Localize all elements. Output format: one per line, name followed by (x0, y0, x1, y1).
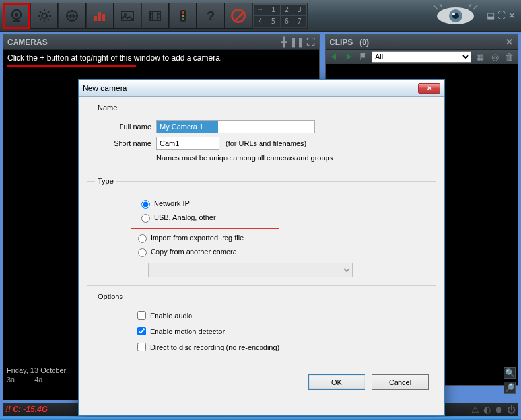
clips-delete-button[interactable]: 🗑 (503, 51, 515, 63)
full-name-input[interactable] (156, 120, 315, 133)
fullscreen-button[interactable]: ⛶ (306, 38, 315, 47)
radio-network-ip[interactable] (141, 200, 150, 209)
status-alert-icon[interactable]: ⚠ (471, 405, 479, 415)
check-direct-disc[interactable] (137, 343, 146, 351)
new-camera-dialog: New camera ✕ Name Full name Short name (… (78, 79, 445, 416)
clips-filter-select[interactable]: All (372, 51, 471, 63)
cameras-empty-message: Click the + button at top/right of this … (7, 53, 315, 63)
preset-2[interactable]: 2 (281, 5, 293, 16)
stats-tool-button[interactable] (86, 3, 114, 29)
radio-network-ip-label: Network IP (154, 199, 190, 207)
cameras-panel-title: CAMERAS (7, 38, 48, 47)
shield-tool-button[interactable] (225, 3, 252, 29)
name-note: Names must be unique among all cameras a… (156, 154, 428, 162)
preset-3[interactable]: 3 (293, 5, 306, 16)
no-entry-icon (231, 9, 246, 23)
clip-prev-button[interactable] (328, 51, 340, 63)
type-fieldset: Type Network IP USB, Analog, other Impor… (87, 177, 436, 286)
dialog-button-row: OK Cancel (87, 372, 436, 390)
short-name-label: Short name (95, 139, 151, 147)
type-legend: Type (95, 177, 116, 185)
check-direct-disc-label: Direct to disc recording (no re-encoding… (150, 343, 279, 351)
svg-rect-6 (102, 14, 105, 21)
globe-icon (64, 8, 80, 24)
radio-copy-camera-label: Copy from another camera (151, 248, 237, 256)
status-power-icon[interactable]: ⏻ (507, 405, 516, 415)
ok-button[interactable]: OK (308, 374, 365, 390)
preset-1[interactable]: 1 (267, 5, 280, 16)
clip-flag-button[interactable] (357, 51, 369, 63)
camera-preset-grid[interactable]: ~ 1 2 3 4 5 6 7 (252, 3, 308, 29)
check-enable-motion[interactable] (137, 327, 146, 335)
zoom-controls: 🔍 🔎 (504, 367, 516, 394)
clips-orbit-button[interactable]: ◎ (489, 51, 501, 63)
pause-button[interactable]: ❚❚ (293, 38, 302, 47)
svg-rect-9 (150, 11, 160, 20)
radio-copy-camera[interactable] (138, 248, 147, 257)
zoom-in-button[interactable]: 🔍 (504, 367, 516, 379)
preset-7[interactable]: 7 (293, 16, 306, 27)
svg-rect-4 (94, 16, 97, 21)
name-fieldset: Name Full name Short name (for URLs and … (87, 104, 436, 170)
zoom-out-button[interactable]: 🔎 (504, 382, 516, 394)
dialog-title: New camera (83, 84, 127, 93)
status-record-icon[interactable]: ⏺ (495, 405, 503, 415)
clips-panel-title: CLIPS (330, 38, 353, 47)
maximize-icon[interactable]: ⛶ (497, 11, 506, 20)
window-controls: ⬓ ⛶ ✕ (484, 11, 518, 20)
svg-rect-5 (98, 12, 101, 21)
svg-text:?: ? (207, 9, 215, 23)
radio-import-reg[interactable] (138, 234, 147, 243)
svg-point-11 (182, 11, 184, 14)
record-tool-button[interactable] (141, 3, 169, 29)
svg-point-12 (182, 15, 184, 17)
prev-icon (330, 52, 339, 61)
copy-source-select[interactable] (148, 263, 353, 277)
main-toolbar: ? ~ 1 2 3 4 5 6 7 ⬓ ⛶ ✕ (0, 0, 521, 32)
clip-play-button[interactable] (343, 51, 355, 63)
cameras-tool-button[interactable] (3, 3, 30, 29)
clips-calendar-button[interactable]: ▦ (474, 51, 486, 63)
cancel-button[interactable]: Cancel (372, 374, 429, 390)
svg-point-18 (452, 13, 455, 15)
preset-5[interactable]: 5 (267, 16, 280, 27)
snapshot-tool-button[interactable] (114, 3, 141, 29)
radio-usb-analog[interactable] (141, 214, 150, 223)
dialog-close-button[interactable]: ✕ (418, 83, 440, 94)
clips-panel-header: CLIPS (0) ✕ (326, 35, 518, 50)
status-warning: !! C: -15.4G (5, 405, 48, 414)
check-enable-audio[interactable] (137, 311, 146, 320)
traffic-light-icon (175, 8, 191, 24)
app-logo (310, 3, 484, 29)
ptz-tool-button[interactable] (58, 3, 86, 29)
type-highlight-box: Network IP USB, Analog, other (131, 192, 279, 229)
preset-4[interactable]: 4 (254, 16, 267, 27)
clips-toolbar: All ▦ ◎ 🗑 (326, 50, 518, 64)
flag-icon (359, 52, 368, 61)
short-name-input[interactable] (156, 137, 219, 150)
gear-icon (36, 8, 52, 24)
bars-icon (92, 8, 108, 24)
help-tool-button[interactable]: ? (197, 3, 225, 29)
settings-tool-button[interactable] (30, 3, 58, 29)
check-enable-motion-label: Enable motion detector (150, 328, 225, 335)
short-name-hint: (for URLs and filenames) (226, 139, 306, 147)
preset-tilde[interactable]: ~ (254, 5, 267, 16)
dialog-titlebar[interactable]: New camera ✕ (79, 80, 444, 97)
cameras-panel-header: CAMERAS ╋ ❚❚ ⛶ (3, 35, 319, 50)
add-camera-button[interactable]: ╋ (279, 38, 289, 47)
picture-icon (120, 8, 135, 24)
close-window-icon[interactable]: ✕ (508, 11, 516, 20)
full-name-label: Full name (95, 123, 151, 131)
status-bulb-icon[interactable]: ◐ (483, 405, 491, 415)
clips-close-button[interactable]: ✕ (504, 38, 514, 47)
svg-point-2 (42, 13, 47, 18)
check-enable-audio-label: Enable audio (150, 312, 192, 320)
radio-import-reg-label: Import from exported .reg file (151, 234, 244, 242)
preset-6[interactable]: 6 (281, 16, 293, 27)
traffic-tool-button[interactable] (169, 3, 197, 29)
minimize-icon[interactable]: ⬓ (487, 11, 495, 20)
radio-usb-analog-label: USB, Analog, other (154, 213, 216, 221)
play-icon (344, 52, 353, 61)
webcam-icon (9, 8, 24, 24)
